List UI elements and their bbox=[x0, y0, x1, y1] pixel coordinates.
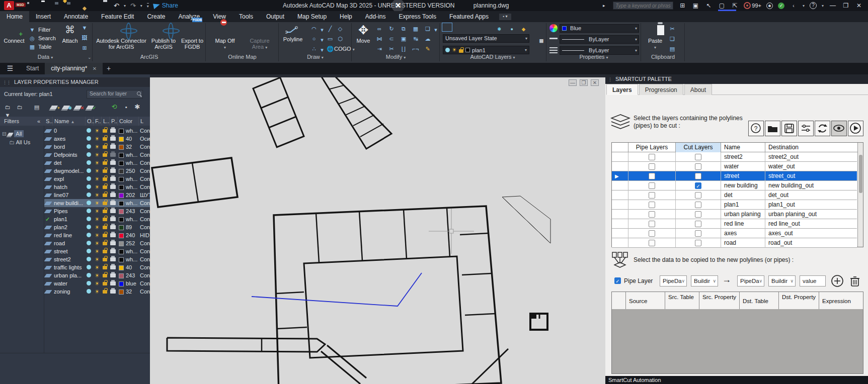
cut-layer-checkbox[interactable] bbox=[695, 163, 701, 170]
undo-icon[interactable]: ↶ bbox=[114, 2, 119, 10]
layer-plot-icon[interactable] bbox=[110, 129, 116, 133]
cogo-globe-icon[interactable]: 🌐 bbox=[326, 45, 334, 52]
pipe-layer-checkbox[interactable] bbox=[649, 154, 655, 160]
new-layer-icon[interactable]: + bbox=[49, 103, 58, 111]
layer-linetype[interactable]: Con bbox=[140, 263, 150, 271]
help-dropdown-icon[interactable]: ▾ bbox=[822, 4, 824, 8]
layer-lock-icon[interactable] bbox=[103, 250, 107, 253]
layer-lock-icon[interactable] bbox=[103, 282, 107, 285]
circle-icon[interactable]: ○ bbox=[310, 35, 318, 42]
filter-button[interactable]: ▼Filter bbox=[28, 25, 56, 34]
layer-freeze-icon[interactable]: ☀ bbox=[95, 191, 100, 199]
table-row[interactable]: bord ☀ 32 Con bbox=[44, 143, 150, 151]
layer-linetype[interactable]: Con bbox=[140, 183, 150, 191]
layer-color-swatch[interactable] bbox=[119, 225, 124, 230]
paste-button[interactable]: Paste▾ bbox=[645, 24, 665, 51]
layer-lock-icon[interactable] bbox=[103, 185, 107, 189]
minimize-button[interactable]: — bbox=[829, 2, 837, 9]
qat-customize-icon[interactable]: ▾ bbox=[147, 3, 149, 9]
notifications-button[interactable]: 99+ bbox=[744, 2, 761, 9]
ribbon-tab[interactable]: Feature Edit bbox=[95, 11, 140, 22]
layer-color-swatch[interactable] bbox=[119, 273, 124, 278]
delete-mapping-button[interactable] bbox=[849, 274, 861, 289]
layer-on-icon[interactable] bbox=[87, 273, 91, 277]
layer-freeze-icon[interactable]: ☀ bbox=[95, 207, 100, 215]
layer-lock-icon[interactable] bbox=[103, 169, 107, 173]
ribbon-tab[interactable]: Annotate bbox=[57, 11, 95, 22]
copy-icon[interactable]: ∞ bbox=[375, 25, 383, 32]
polyline-button[interactable]: Polyline bbox=[280, 24, 306, 42]
color-dropdown[interactable]: Blue▾ bbox=[560, 24, 639, 33]
filter-tree-item-all[interactable]: ⊟ All bbox=[0, 130, 44, 138]
table-row[interactable]: zoning ☀ 32 Con bbox=[44, 287, 150, 296]
layer-lock-icon[interactable] bbox=[103, 274, 107, 277]
ribbon-tab[interactable]: Create bbox=[140, 11, 172, 22]
overlap-icon[interactable]: ❏ bbox=[424, 25, 432, 32]
layer-freeze-icon[interactable]: ☀ bbox=[95, 183, 100, 191]
export-fgdb-button[interactable]: FGDB Export to FGDB bbox=[180, 24, 204, 50]
layer-plot-icon[interactable] bbox=[110, 233, 116, 237]
new-file-icon[interactable] bbox=[29, 2, 37, 10]
table-row[interactable]: ✓ plan1 ☀ wh... Con bbox=[44, 215, 150, 223]
table-row[interactable]: det det_out bbox=[612, 190, 857, 200]
attach-button[interactable]: ⌘ Attach bbox=[58, 24, 82, 44]
layer-on-icon[interactable] bbox=[87, 176, 91, 181]
stretch-icon[interactable]: ▣ bbox=[400, 35, 408, 42]
layer-delete-icon[interactable]: ◆ bbox=[515, 24, 524, 31]
layer-freeze-icon[interactable]: ☀ bbox=[95, 287, 100, 296]
layer-linetype[interactable]: Con bbox=[140, 255, 150, 263]
publish-arcgis-button[interactable]: Publish to ArcGIS bbox=[149, 24, 178, 50]
table-row[interactable]: street2 ☀ wh... Con bbox=[44, 255, 150, 263]
layer-color-swatch[interactable] bbox=[119, 281, 124, 286]
accessibility-icon[interactable]: ☻ bbox=[766, 3, 773, 9]
run-button[interactable] bbox=[848, 121, 863, 136]
layer-on-icon[interactable] bbox=[87, 136, 91, 141]
drawing-minimize-icon[interactable]: — bbox=[569, 79, 577, 86]
value-input[interactable]: value bbox=[800, 275, 826, 286]
table-row[interactable]: urban pla... ☀ 243 Con bbox=[44, 271, 150, 279]
new-property-filter-icon[interactable]: 🗀▼ bbox=[3, 103, 12, 111]
layer-color-swatch[interactable] bbox=[119, 257, 124, 262]
layer-freeze-icon[interactable]: ☀ bbox=[95, 143, 100, 151]
table-row[interactable]: expl ☀ wh... Con bbox=[44, 175, 150, 183]
layer-color-swatch[interactable] bbox=[119, 169, 124, 174]
map-off-button[interactable]: Map Off▾ bbox=[209, 24, 241, 51]
redo-icon[interactable]: ↷ bbox=[130, 2, 136, 10]
layer-plot-icon[interactable] bbox=[110, 273, 116, 277]
layer-freeze-icon[interactable]: ☀ bbox=[95, 239, 100, 247]
layer-freeze-icon[interactable]: ☀ bbox=[95, 175, 100, 183]
tab-document[interactable]: city-planning* ✕ bbox=[45, 63, 103, 74]
share-button[interactable]: Share bbox=[153, 2, 178, 9]
layer-match-icon[interactable]: ▤ bbox=[533, 35, 542, 42]
color-wheel-icon[interactable] bbox=[549, 24, 558, 32]
save-as-icon[interactable] bbox=[65, 2, 73, 10]
line-icon[interactable]: ╱ bbox=[326, 25, 334, 32]
layer-plot-icon[interactable] bbox=[110, 161, 116, 165]
search-button[interactable]: ◎Search bbox=[28, 34, 56, 42]
search-input[interactable] bbox=[613, 2, 673, 10]
smartcut-table-header[interactable]: Pipe Layers Cut Layers Name Destination bbox=[612, 143, 863, 152]
data-dialog-launcher-icon[interactable]: ⌄ bbox=[88, 55, 92, 60]
cut-layer-checkbox[interactable] bbox=[695, 154, 701, 160]
layer-on-icon[interactable] bbox=[87, 289, 91, 294]
layer-linetype[interactable]: Оси bbox=[140, 135, 150, 143]
layer-lock-icon[interactable] bbox=[103, 290, 107, 294]
layer-plot-icon[interactable] bbox=[110, 225, 116, 229]
layer-freeze-icon[interactable]: ☀ bbox=[95, 231, 100, 239]
layer-grid-header[interactable]: S.. Name ▲ O.. F.. L.. P.. Color L bbox=[44, 117, 150, 126]
table-row[interactable]: plan2 ☀ 89 Con bbox=[44, 223, 150, 231]
scale-icon[interactable]: ⧉ bbox=[400, 25, 408, 32]
table-row[interactable]: axes axes_out bbox=[612, 229, 857, 238]
layer-linetype[interactable]: Con bbox=[140, 175, 150, 183]
layer-linetype[interactable]: Con bbox=[140, 143, 150, 151]
layer-freeze-icon[interactable]: ☀ bbox=[95, 199, 100, 207]
layer-freeze-icon[interactable]: ☀ bbox=[95, 135, 100, 143]
plot-icon[interactable] bbox=[102, 2, 109, 10]
rectangle-icon[interactable]: ▭ bbox=[326, 35, 334, 42]
table-row[interactable]: ▶ street street_out bbox=[612, 171, 857, 181]
layer-plot-icon[interactable] bbox=[110, 185, 116, 189]
lineweight-dropdown[interactable]: ByLayer▾ bbox=[560, 35, 639, 44]
draw-panel-label[interactable]: Draw ▾ bbox=[279, 54, 351, 61]
ribbon-tab[interactable]: Home bbox=[0, 11, 29, 22]
layer-freeze-icon[interactable]: ☀ bbox=[95, 255, 100, 263]
